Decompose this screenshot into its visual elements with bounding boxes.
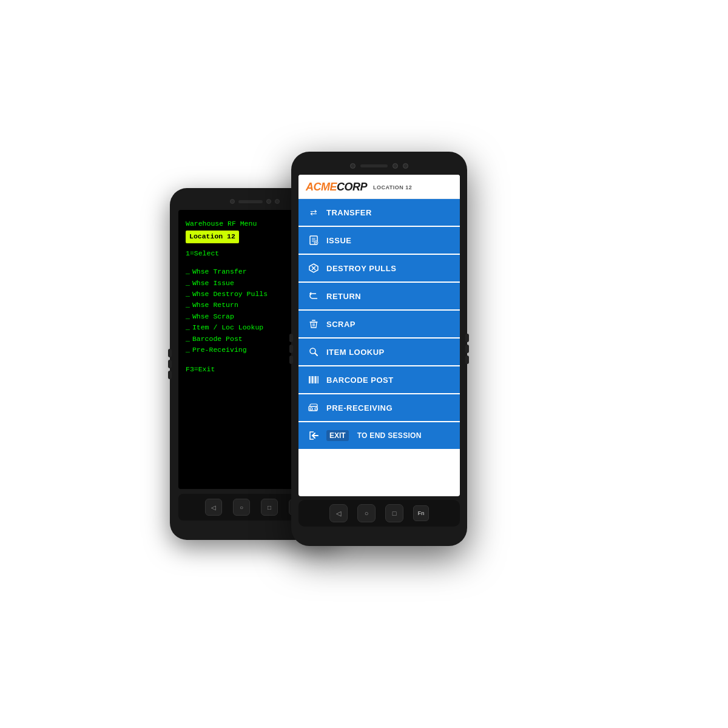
svg-rect-19 — [317, 376, 317, 383]
pre-receiving-label: PRE-RECEIVING — [326, 403, 393, 413]
svg-rect-16 — [312, 376, 313, 383]
issue-label: ISSUE — [326, 236, 352, 245]
grip-left-front — [289, 334, 293, 364]
svg-point-23 — [315, 408, 317, 410]
svg-line-13 — [315, 353, 317, 356]
front-led1 — [393, 163, 398, 169]
front-menu-list: ⇄ TRANSFER — [298, 199, 460, 450]
barcode-label: BARCODE POST — [326, 376, 394, 385]
barcode-icon — [307, 373, 320, 386]
menu-row-issue[interactable]: ISSUE — [298, 227, 460, 255]
corp-text: CORP — [337, 181, 367, 193]
transfer-label: TRANSFER — [326, 208, 372, 217]
front-bottom-bar: ◁ ○ □ Fn — [298, 500, 460, 527]
front-btn-recents[interactable]: □ — [385, 504, 403, 522]
front-screen: ACMECORP LOCATION 12 ⇄ TRANSFER — [298, 175, 460, 496]
front-location-label: LOCATION 12 — [373, 184, 412, 190]
acme-text: ACME — [306, 181, 337, 193]
menu-row-destroy[interactable]: DESTROY PULLS — [298, 255, 460, 283]
front-camera — [350, 163, 356, 169]
front-notch — [291, 152, 467, 175]
transfer-icon: ⇄ — [307, 206, 320, 219]
scrap-icon — [307, 317, 320, 331]
destroy-label: DESTROY PULLS — [326, 264, 396, 273]
back-btn-home[interactable]: ○ — [233, 499, 250, 516]
menu-row-return[interactable]: RETURN — [298, 283, 460, 311]
item-lookup-label: ITEM LOOKUP — [326, 348, 385, 357]
back-speaker — [238, 200, 263, 203]
svg-rect-14 — [309, 376, 310, 383]
back-led2 — [275, 199, 280, 204]
pre-receiving-icon — [307, 401, 320, 414]
front-speaker — [360, 164, 388, 167]
grip-right-front — [465, 334, 469, 364]
back-location-badge: Location 12 — [186, 231, 239, 243]
issue-icon — [307, 234, 320, 247]
scrap-label: SCRAP — [326, 320, 356, 329]
front-device: ACMECORP LOCATION 12 ⇄ TRANSFER — [291, 152, 467, 546]
back-camera — [230, 199, 235, 204]
svg-rect-15 — [311, 376, 311, 383]
back-led1 — [266, 199, 271, 204]
return-icon — [307, 289, 320, 303]
modern-header: ACMECORP LOCATION 12 — [298, 175, 460, 199]
svg-rect-18 — [315, 376, 316, 383]
menu-row-item-lookup[interactable]: ITEM LOOKUP — [298, 339, 460, 366]
grip-left-back — [168, 349, 172, 379]
svg-point-22 — [310, 408, 312, 410]
scene: Warehouse RF Menu Location 12 1=Select _… — [152, 152, 576, 576]
menu-row-scrap[interactable]: SCRAP — [298, 311, 460, 339]
return-label: RETURN — [326, 292, 361, 301]
exit-badge: EXIT — [326, 430, 349, 441]
front-btn-home[interactable]: ○ — [357, 504, 376, 522]
acme-logo: ACMECORP — [306, 181, 367, 194]
back-btn-back[interactable]: ◁ — [205, 499, 222, 516]
menu-row-exit[interactable]: EXIT TO END SESSION — [298, 422, 460, 450]
item-lookup-icon — [307, 345, 320, 359]
menu-row-transfer[interactable]: ⇄ TRANSFER — [298, 199, 460, 227]
svg-rect-17 — [314, 376, 314, 383]
exit-suffix: TO END SESSION — [357, 431, 422, 440]
front-btn-back[interactable]: ◁ — [329, 504, 348, 522]
menu-row-pre-receiving[interactable]: PRE-RECEIVING — [298, 394, 460, 422]
front-led2 — [403, 163, 408, 169]
back-btn-recents[interactable]: □ — [261, 499, 278, 516]
front-btn-fn[interactable]: Fn — [413, 505, 429, 521]
exit-icon — [307, 429, 320, 442]
svg-rect-20 — [318, 376, 318, 383]
destroy-icon — [307, 261, 320, 275]
menu-row-barcode[interactable]: BARCODE POST — [298, 366, 460, 394]
